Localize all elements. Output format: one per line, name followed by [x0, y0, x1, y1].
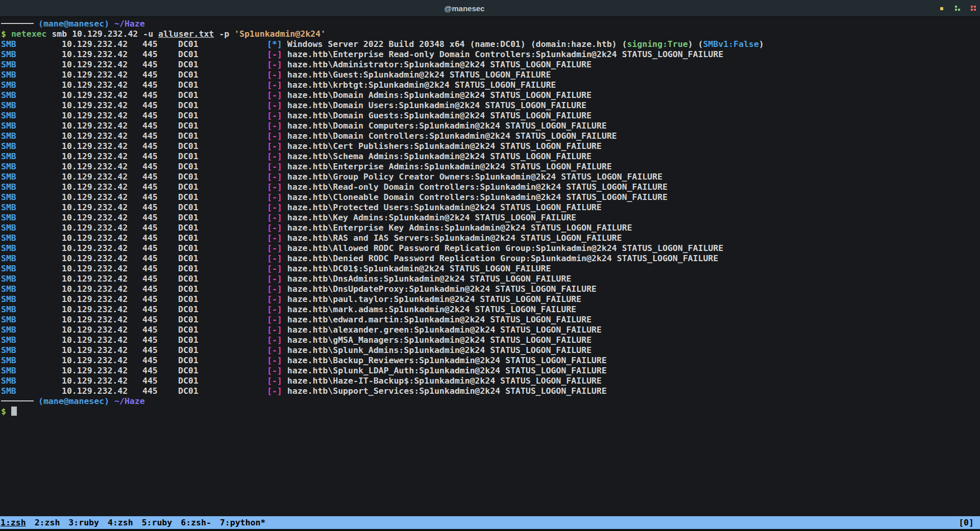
message-part: haze.htb\Protected Users:Sp1unkadmin@2k2…	[287, 203, 602, 212]
ip-cell: 10.129.232.42	[62, 131, 142, 141]
protocol-cell: SMB	[1, 100, 62, 111]
host-cell: DC01	[178, 111, 267, 121]
host-cell: DC01	[178, 182, 267, 192]
protocol-cell: SMB	[1, 121, 62, 131]
message-part: haze.htb\Domain Users:Sp1unkadmin@2k24 S…	[287, 100, 586, 110]
maximize-button[interactable]	[955, 6, 960, 11]
message-part: haze.htb\Domain Admins:Sp1unkadmin@2k24 …	[287, 90, 592, 100]
status-tag: [-]	[267, 162, 282, 172]
message-text: haze.htb\Backup_Reviewers:Sp1unkadmin@2k…	[287, 356, 607, 365]
output-row: SMB10.129.232.42445DC01[-]haze.htb\Cert …	[1, 141, 980, 151]
port-cell: 445	[142, 243, 178, 254]
message-text: haze.htb\Domain Admins:Sp1unkadmin@2k24 …	[287, 90, 592, 100]
ip-cell: 10.129.232.42	[62, 192, 142, 203]
output-row: SMB10.129.232.42445DC01[-]haze.htb\mark.…	[1, 305, 980, 315]
status-tag: [-]	[267, 376, 282, 386]
protocol-cell: SMB	[1, 284, 62, 294]
protocol-cell: SMB	[1, 243, 62, 254]
protocol-cell: SMB	[1, 203, 62, 213]
port-cell: 445	[142, 284, 178, 294]
terminal-screen[interactable]: (mane@manesec) ~/Haze $netexec smb 10.12…	[0, 17, 980, 516]
status-tag: [-]	[267, 335, 282, 345]
ip-cell: 10.129.232.42	[62, 203, 142, 213]
status-tag: [-]	[267, 131, 282, 141]
command-part: -p	[214, 29, 234, 39]
prompt-separator	[1, 23, 34, 24]
message-part: haze.htb\Cloneable Domain Controllers:Sp…	[287, 192, 668, 202]
window-buttons	[939, 0, 976, 16]
prompt-user-host: (mane@manesec)	[38, 396, 109, 406]
status-tag: [-]	[267, 305, 282, 315]
host-cell: DC01	[178, 254, 267, 264]
ip-cell: 10.129.232.42	[62, 141, 142, 151]
message-part: haze.htb\Splunk_LDAP_Auth:Sp1unkadmin@2k…	[287, 366, 607, 375]
command-part: smb 10.129.232.42 -u	[46, 29, 158, 39]
protocol-cell: SMB	[1, 376, 62, 386]
host-cell: DC01	[178, 192, 267, 203]
message-part: haze.htb\Read-only Domain Controllers:Sp…	[287, 182, 668, 192]
command-part: 'Sp1unkadmin@2k24'	[234, 29, 326, 39]
tmux-window-tab[interactable]: 1:zsh	[1, 516, 26, 529]
command-text: netexec smb 10.129.232.42 -u alluser.txt…	[11, 29, 326, 39]
status-tag: [-]	[267, 192, 282, 203]
protocol-cell: SMB	[1, 141, 62, 151]
message-text: haze.htb\Group Policy Creator Owners:Sp1…	[287, 172, 663, 182]
output-row: SMB10.129.232.42445DC01[-]haze.htb\gMSA_…	[1, 335, 980, 345]
status-tag: [-]	[267, 243, 282, 254]
close-button[interactable]	[971, 6, 976, 11]
output-row: SMB10.129.232.42445DC01[-]haze.htb\Schem…	[1, 151, 980, 162]
message-part: haze.htb\Backup_Reviewers:Sp1unkadmin@2k…	[287, 356, 607, 365]
status-tag: [-]	[267, 203, 282, 213]
port-cell: 445	[142, 264, 178, 274]
message-text: haze.htb\Administrator:Sp1unkadmin@2k24 …	[287, 60, 592, 69]
message-part: haze.htb\RAS and IAS Servers:Sp1unkadmin…	[287, 233, 622, 243]
message-part: haze.htb\mark.adams:Sp1unkadmin@2k24 STA…	[287, 305, 576, 314]
message-part: haze.htb\Key Admins:Sp1unkadmin@2k24 STA…	[287, 213, 576, 222]
close-icon	[971, 6, 973, 8]
host-cell: DC01	[178, 172, 267, 182]
tmux-window-tab[interactable]: 2:zsh	[35, 516, 60, 529]
status-tag: [-]	[267, 254, 282, 264]
output-row: SMB10.129.232.42445DC01[-]haze.htb\Splun…	[1, 366, 980, 376]
output-row: SMB10.129.232.42445DC01[-]haze.htb\Domai…	[1, 131, 980, 141]
host-cell: DC01	[178, 294, 267, 305]
tmux-window-tab[interactable]: 3:ruby	[68, 516, 99, 529]
command-line: $netexec smb 10.129.232.42 -u alluser.tx…	[1, 29, 980, 39]
host-cell: DC01	[178, 366, 267, 376]
host-cell: DC01	[178, 39, 267, 49]
message-part: haze.htb\Administrator:Sp1unkadmin@2k24 …	[287, 60, 592, 69]
host-cell: DC01	[178, 274, 267, 284]
status-tag: [-]	[267, 366, 282, 376]
message-part: haze.htb\Cert Publishers:Sp1unkadmin@2k2…	[287, 141, 602, 151]
ip-cell: 10.129.232.42	[62, 345, 142, 356]
output-row: SMB10.129.232.42445DC01[-]haze.htb\Read-…	[1, 182, 980, 192]
protocol-cell: SMB	[1, 305, 62, 315]
message-part: haze.htb\Splunk_Admins:Sp1unkadmin@2k24 …	[287, 345, 592, 355]
message-text: haze.htb\Enterprise Read-only Domain Con…	[287, 49, 723, 59]
prompt-user-host: (mane@manesec)	[38, 19, 109, 29]
message-part: haze.htb\krbtgt:Sp1unkadmin@2k24 STATUS_…	[287, 80, 556, 90]
message-text: haze.htb\Read-only Domain Controllers:Sp…	[287, 182, 668, 192]
tmux-window-tab[interactable]: 5:ruby	[142, 516, 173, 529]
message-text: haze.htb\Domain Users:Sp1unkadmin@2k24 S…	[287, 100, 586, 110]
output-row: SMB10.129.232.42445DC01[-]haze.htb\Domai…	[1, 111, 980, 121]
ip-cell: 10.129.232.42	[62, 70, 142, 80]
status-tag: [-]	[267, 294, 282, 305]
message-part: haze.htb\Enterprise Key Admins:Sp1unkadm…	[287, 223, 632, 233]
tmux-window-tab[interactable]: 7:python*	[220, 516, 265, 529]
port-cell: 445	[142, 39, 178, 49]
minimize-button[interactable]	[939, 6, 944, 11]
output-row: SMB10.129.232.42445DC01[-]haze.htb\edwar…	[1, 315, 980, 325]
output-row: SMB10.129.232.42445DC01[-]haze.htb\Guest…	[1, 70, 980, 80]
tmux-window-tab[interactable]: 6:zsh-	[181, 516, 211, 529]
titlebar[interactable]: @manesec	[0, 0, 980, 17]
host-cell: DC01	[178, 151, 267, 162]
tmux-window-tab[interactable]: 4:zsh	[108, 516, 133, 529]
port-cell: 445	[142, 70, 178, 80]
port-cell: 445	[142, 182, 178, 192]
message-text: haze.htb\Denied RODC Password Replicatio…	[287, 254, 718, 263]
protocol-cell: SMB	[1, 366, 62, 376]
message-part: haze.htb\DC01$:Sp1unkadmin@2k24 STATUS_L…	[287, 264, 551, 273]
port-cell: 445	[142, 90, 178, 100]
port-cell: 445	[142, 345, 178, 356]
